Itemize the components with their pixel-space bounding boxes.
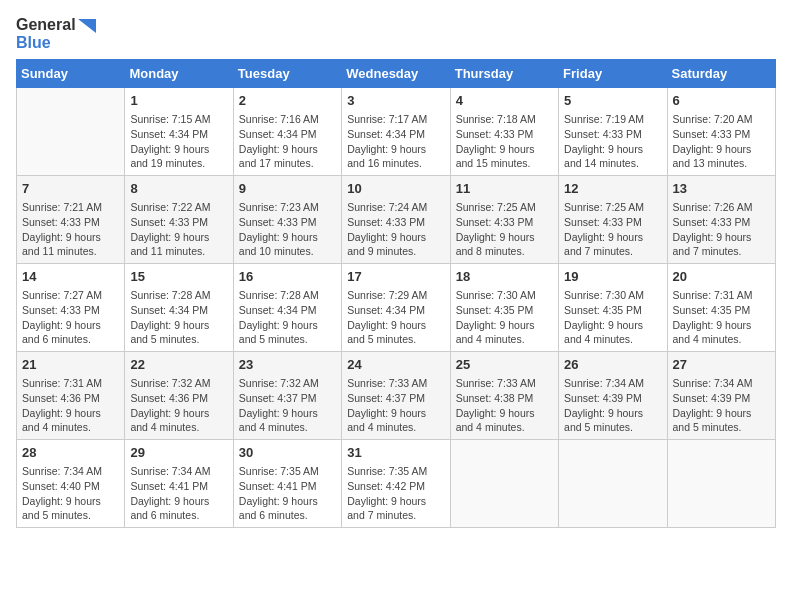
day-info: Sunrise: 7:17 AMSunset: 4:34 PMDaylight:… — [347, 112, 444, 171]
weekday-header-monday: Monday — [125, 60, 233, 88]
calendar-cell: 1Sunrise: 7:15 AMSunset: 4:34 PMDaylight… — [125, 88, 233, 176]
calendar-cell: 22Sunrise: 7:32 AMSunset: 4:36 PMDayligh… — [125, 352, 233, 440]
calendar-cell: 31Sunrise: 7:35 AMSunset: 4:42 PMDayligh… — [342, 439, 450, 527]
day-info: Sunrise: 7:33 AMSunset: 4:37 PMDaylight:… — [347, 376, 444, 435]
calendar-cell: 24Sunrise: 7:33 AMSunset: 4:37 PMDayligh… — [342, 352, 450, 440]
calendar-cell: 7Sunrise: 7:21 AMSunset: 4:33 PMDaylight… — [17, 176, 125, 264]
day-info: Sunrise: 7:26 AMSunset: 4:33 PMDaylight:… — [673, 200, 770, 259]
day-number: 30 — [239, 444, 336, 462]
day-number: 14 — [22, 268, 119, 286]
day-number: 13 — [673, 180, 770, 198]
day-number: 9 — [239, 180, 336, 198]
day-number: 24 — [347, 356, 444, 374]
day-info: Sunrise: 7:33 AMSunset: 4:38 PMDaylight:… — [456, 376, 553, 435]
day-number: 5 — [564, 92, 661, 110]
day-number: 28 — [22, 444, 119, 462]
calendar-cell: 12Sunrise: 7:25 AMSunset: 4:33 PMDayligh… — [559, 176, 667, 264]
calendar-cell: 28Sunrise: 7:34 AMSunset: 4:40 PMDayligh… — [17, 439, 125, 527]
day-number: 26 — [564, 356, 661, 374]
day-number: 8 — [130, 180, 227, 198]
day-info: Sunrise: 7:29 AMSunset: 4:34 PMDaylight:… — [347, 288, 444, 347]
calendar-cell — [450, 439, 558, 527]
logo-triangle-icon — [78, 19, 96, 33]
day-info: Sunrise: 7:24 AMSunset: 4:33 PMDaylight:… — [347, 200, 444, 259]
calendar-cell: 2Sunrise: 7:16 AMSunset: 4:34 PMDaylight… — [233, 88, 341, 176]
day-number: 2 — [239, 92, 336, 110]
calendar-cell: 27Sunrise: 7:34 AMSunset: 4:39 PMDayligh… — [667, 352, 775, 440]
day-info: Sunrise: 7:31 AMSunset: 4:36 PMDaylight:… — [22, 376, 119, 435]
calendar-cell: 21Sunrise: 7:31 AMSunset: 4:36 PMDayligh… — [17, 352, 125, 440]
page-header: General Blue — [16, 16, 776, 51]
day-info: Sunrise: 7:34 AMSunset: 4:40 PMDaylight:… — [22, 464, 119, 523]
calendar-cell: 23Sunrise: 7:32 AMSunset: 4:37 PMDayligh… — [233, 352, 341, 440]
day-info: Sunrise: 7:25 AMSunset: 4:33 PMDaylight:… — [456, 200, 553, 259]
day-number: 18 — [456, 268, 553, 286]
day-info: Sunrise: 7:25 AMSunset: 4:33 PMDaylight:… — [564, 200, 661, 259]
calendar-cell: 13Sunrise: 7:26 AMSunset: 4:33 PMDayligh… — [667, 176, 775, 264]
calendar-cell: 3Sunrise: 7:17 AMSunset: 4:34 PMDaylight… — [342, 88, 450, 176]
calendar-week-row: 7Sunrise: 7:21 AMSunset: 4:33 PMDaylight… — [17, 176, 776, 264]
day-info: Sunrise: 7:28 AMSunset: 4:34 PMDaylight:… — [239, 288, 336, 347]
day-info: Sunrise: 7:16 AMSunset: 4:34 PMDaylight:… — [239, 112, 336, 171]
calendar-cell: 19Sunrise: 7:30 AMSunset: 4:35 PMDayligh… — [559, 264, 667, 352]
day-info: Sunrise: 7:21 AMSunset: 4:33 PMDaylight:… — [22, 200, 119, 259]
calendar-cell: 29Sunrise: 7:34 AMSunset: 4:41 PMDayligh… — [125, 439, 233, 527]
day-info: Sunrise: 7:34 AMSunset: 4:41 PMDaylight:… — [130, 464, 227, 523]
logo-blue: Blue — [16, 34, 51, 51]
day-info: Sunrise: 7:34 AMSunset: 4:39 PMDaylight:… — [564, 376, 661, 435]
calendar-cell: 10Sunrise: 7:24 AMSunset: 4:33 PMDayligh… — [342, 176, 450, 264]
calendar-cell: 5Sunrise: 7:19 AMSunset: 4:33 PMDaylight… — [559, 88, 667, 176]
weekday-header-tuesday: Tuesday — [233, 60, 341, 88]
day-number: 25 — [456, 356, 553, 374]
day-info: Sunrise: 7:32 AMSunset: 4:36 PMDaylight:… — [130, 376, 227, 435]
day-info: Sunrise: 7:30 AMSunset: 4:35 PMDaylight:… — [456, 288, 553, 347]
day-info: Sunrise: 7:30 AMSunset: 4:35 PMDaylight:… — [564, 288, 661, 347]
logo: General Blue — [16, 16, 96, 51]
calendar-cell: 25Sunrise: 7:33 AMSunset: 4:38 PMDayligh… — [450, 352, 558, 440]
calendar-cell: 4Sunrise: 7:18 AMSunset: 4:33 PMDaylight… — [450, 88, 558, 176]
calendar-cell: 16Sunrise: 7:28 AMSunset: 4:34 PMDayligh… — [233, 264, 341, 352]
day-info: Sunrise: 7:28 AMSunset: 4:34 PMDaylight:… — [130, 288, 227, 347]
day-number: 11 — [456, 180, 553, 198]
calendar-cell — [17, 88, 125, 176]
day-number: 27 — [673, 356, 770, 374]
day-info: Sunrise: 7:18 AMSunset: 4:33 PMDaylight:… — [456, 112, 553, 171]
calendar-cell: 11Sunrise: 7:25 AMSunset: 4:33 PMDayligh… — [450, 176, 558, 264]
weekday-header-wednesday: Wednesday — [342, 60, 450, 88]
day-info: Sunrise: 7:35 AMSunset: 4:42 PMDaylight:… — [347, 464, 444, 523]
logo-text: General Blue — [16, 16, 96, 51]
day-info: Sunrise: 7:34 AMSunset: 4:39 PMDaylight:… — [673, 376, 770, 435]
day-info: Sunrise: 7:19 AMSunset: 4:33 PMDaylight:… — [564, 112, 661, 171]
calendar-cell: 9Sunrise: 7:23 AMSunset: 4:33 PMDaylight… — [233, 176, 341, 264]
weekday-header-sunday: Sunday — [17, 60, 125, 88]
calendar-table: SundayMondayTuesdayWednesdayThursdayFrid… — [16, 59, 776, 528]
day-number: 16 — [239, 268, 336, 286]
day-number: 20 — [673, 268, 770, 286]
day-number: 6 — [673, 92, 770, 110]
day-number: 17 — [347, 268, 444, 286]
day-info: Sunrise: 7:32 AMSunset: 4:37 PMDaylight:… — [239, 376, 336, 435]
calendar-cell: 14Sunrise: 7:27 AMSunset: 4:33 PMDayligh… — [17, 264, 125, 352]
day-info: Sunrise: 7:22 AMSunset: 4:33 PMDaylight:… — [130, 200, 227, 259]
day-number: 12 — [564, 180, 661, 198]
logo-general: General — [16, 16, 76, 33]
day-number: 3 — [347, 92, 444, 110]
calendar-week-row: 28Sunrise: 7:34 AMSunset: 4:40 PMDayligh… — [17, 439, 776, 527]
calendar-cell: 26Sunrise: 7:34 AMSunset: 4:39 PMDayligh… — [559, 352, 667, 440]
day-number: 1 — [130, 92, 227, 110]
day-number: 22 — [130, 356, 227, 374]
weekday-header-saturday: Saturday — [667, 60, 775, 88]
day-info: Sunrise: 7:15 AMSunset: 4:34 PMDaylight:… — [130, 112, 227, 171]
day-info: Sunrise: 7:27 AMSunset: 4:33 PMDaylight:… — [22, 288, 119, 347]
day-number: 7 — [22, 180, 119, 198]
day-number: 21 — [22, 356, 119, 374]
calendar-cell: 6Sunrise: 7:20 AMSunset: 4:33 PMDaylight… — [667, 88, 775, 176]
calendar-week-row: 1Sunrise: 7:15 AMSunset: 4:34 PMDaylight… — [17, 88, 776, 176]
day-info: Sunrise: 7:35 AMSunset: 4:41 PMDaylight:… — [239, 464, 336, 523]
day-number: 4 — [456, 92, 553, 110]
day-number: 31 — [347, 444, 444, 462]
calendar-cell: 17Sunrise: 7:29 AMSunset: 4:34 PMDayligh… — [342, 264, 450, 352]
weekday-header-thursday: Thursday — [450, 60, 558, 88]
day-number: 29 — [130, 444, 227, 462]
calendar-week-row: 21Sunrise: 7:31 AMSunset: 4:36 PMDayligh… — [17, 352, 776, 440]
